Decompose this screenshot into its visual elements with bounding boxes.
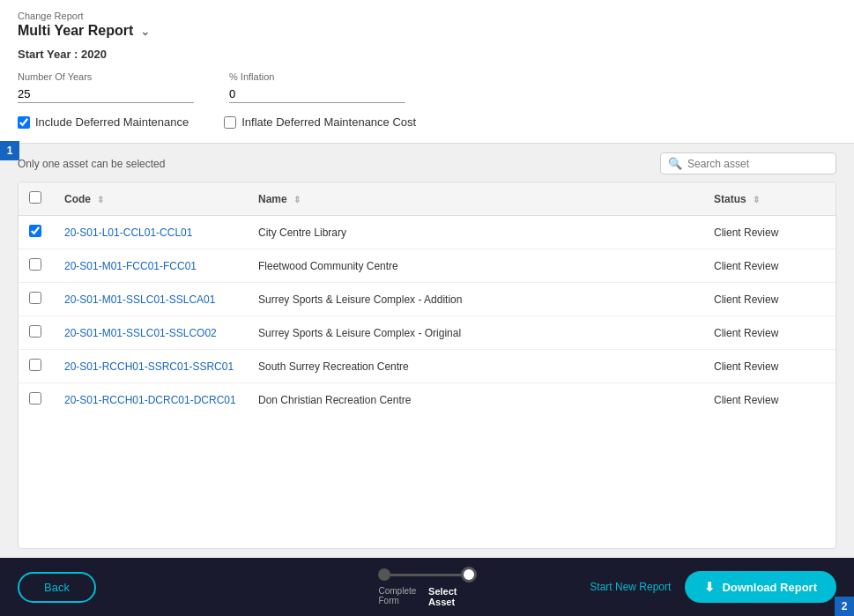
asset-table-container: Code ⇕ Name ⇕ Status ⇕ bbox=[18, 182, 836, 549]
download-report-label: Download Report bbox=[722, 581, 817, 594]
row-checkbox-5[interactable] bbox=[29, 392, 41, 404]
table-row: 20-S01-RCCH01-SSRC01-SSRC01 South Surrey… bbox=[19, 350, 835, 383]
row-checkbox-1[interactable] bbox=[29, 258, 41, 271]
row-checkbox-cell[interactable] bbox=[19, 216, 54, 249]
code-sort-icon: ⇕ bbox=[97, 195, 104, 204]
row-checkbox-cell[interactable] bbox=[19, 383, 54, 417]
row-name-1: Fleetwood Community Centre bbox=[248, 249, 703, 283]
stepper-track bbox=[378, 567, 477, 583]
report-title-row: Multi Year Report ⌄ bbox=[18, 23, 836, 39]
name-sort-icon: ⇕ bbox=[293, 195, 301, 204]
row-code-3: 20-S01-M01-SSLC01-SSLCO02 bbox=[54, 316, 248, 350]
row-checkbox-cell[interactable] bbox=[19, 316, 54, 350]
download-report-button[interactable]: ⬇ Download Report bbox=[685, 571, 836, 603]
table-body: 20-S01-L01-CCL01-CCL01 City Centre Libra… bbox=[19, 216, 835, 417]
row-code-4: 20-S01-RCCH01-SSRC01-SSRC01 bbox=[54, 350, 248, 383]
percent-inflation-input[interactable] bbox=[229, 85, 405, 103]
row-checkbox-4[interactable] bbox=[29, 359, 41, 371]
step1-label: Complete Form bbox=[379, 586, 429, 607]
app-wrapper: Change Report Multi Year Report ⌄ Start … bbox=[0, 0, 854, 616]
right-actions: Start New Report ⬇ Download Report bbox=[590, 571, 836, 603]
row-code-1: 20-S01-M01-FCC01-FCC01 bbox=[54, 249, 248, 283]
search-icon: 🔍 bbox=[668, 157, 682, 170]
download-icon: ⬇ bbox=[704, 580, 715, 594]
table-header-row: Code ⇕ Name ⇕ Status ⇕ bbox=[19, 182, 835, 216]
percent-inflation-group: % Inflation bbox=[229, 71, 405, 103]
back-button[interactable]: Back bbox=[18, 572, 96, 603]
include-deferred-label: Include Deferred Maintenance bbox=[35, 115, 189, 129]
number-of-years-group: Number Of Years bbox=[18, 71, 194, 103]
report-title: Multi Year Report bbox=[18, 23, 133, 39]
row-checkbox-2[interactable] bbox=[29, 292, 41, 304]
row-checkbox-3[interactable] bbox=[29, 325, 41, 338]
row-name-0: City Centre Library bbox=[248, 216, 703, 249]
change-report-label: Change Report bbox=[18, 11, 836, 21]
step2-dot bbox=[461, 567, 477, 583]
row-name-2: Surrey Sports & Leisure Complex - Additi… bbox=[248, 283, 703, 316]
fields-row: Number Of Years % Inflation bbox=[18, 71, 836, 103]
search-box: 🔍 bbox=[660, 152, 836, 174]
row-checkbox-cell[interactable] bbox=[19, 249, 54, 283]
row-checkbox-0[interactable] bbox=[29, 225, 41, 237]
row-status-0: Client Review bbox=[703, 216, 835, 249]
row-status-4: Client Review bbox=[703, 350, 835, 383]
col-header-checkbox bbox=[19, 182, 54, 216]
stepper-labels: Complete Form Select Asset bbox=[379, 586, 476, 607]
row-code-2: 20-S01-M01-SSLC01-SSLCA01 bbox=[54, 283, 248, 316]
status-sort-icon: ⇕ bbox=[753, 195, 760, 204]
include-deferred-checkbox[interactable] bbox=[18, 116, 30, 129]
asset-note: Only one asset can be selected bbox=[18, 158, 165, 170]
asset-table: Code ⇕ Name ⇕ Status ⇕ bbox=[19, 182, 835, 416]
row-status-5: Client Review bbox=[703, 383, 835, 417]
asset-header: Only one asset can be selected 🔍 bbox=[18, 144, 836, 182]
table-row: 20-S01-M01-SSLC01-SSLCO02 Surrey Sports … bbox=[19, 316, 835, 350]
row-name-5: Don Christian Recreation Centre bbox=[248, 383, 703, 417]
col-header-name[interactable]: Name ⇕ bbox=[248, 182, 703, 216]
row-name-3: Surrey Sports & Leisure Complex - Origin… bbox=[248, 316, 703, 350]
step-badge-1: 1 bbox=[0, 141, 19, 160]
inflate-deferred-label: Inflate Deferred Maintenance Cost bbox=[241, 115, 416, 129]
table-row: 20-S01-M01-SSLC01-SSLCA01 Surrey Sports … bbox=[19, 283, 835, 316]
row-code-5: 20-S01-RCCH01-DCRC01-DCRC01 bbox=[54, 383, 248, 417]
row-name-4: South Surrey Recreation Centre bbox=[248, 350, 703, 383]
row-checkbox-cell[interactable] bbox=[19, 283, 54, 316]
row-checkbox-cell[interactable] bbox=[19, 350, 54, 383]
col-header-code[interactable]: Code ⇕ bbox=[54, 182, 248, 216]
top-panel: Change Report Multi Year Report ⌄ Start … bbox=[0, 0, 854, 144]
checkboxes-row: Include Deferred Maintenance Inflate Def… bbox=[18, 115, 836, 129]
top-section: Change Report Multi Year Report ⌄ Start … bbox=[0, 0, 854, 144]
inflate-deferred-checkbox-item[interactable]: Inflate Deferred Maintenance Cost bbox=[224, 115, 416, 129]
table-row: 20-S01-M01-FCC01-FCC01 Fleetwood Communi… bbox=[19, 249, 835, 283]
start-year: Start Year : 2020 bbox=[18, 48, 836, 61]
table-header: Code ⇕ Name ⇕ Status ⇕ bbox=[19, 182, 835, 216]
row-status-2: Client Review bbox=[703, 283, 835, 316]
include-deferred-checkbox-item[interactable]: Include Deferred Maintenance bbox=[18, 115, 189, 129]
step-badge-2: 2 bbox=[835, 597, 854, 616]
chevron-down-icon[interactable]: ⌄ bbox=[140, 24, 151, 38]
table-row: 20-S01-RCCH01-DCRC01-DCRC01 Don Christia… bbox=[19, 383, 835, 417]
stepper: Complete Form Select Asset bbox=[378, 567, 477, 607]
middle-section: Only one asset can be selected 🔍 Code ⇕ bbox=[0, 144, 854, 558]
select-all-checkbox[interactable] bbox=[29, 191, 41, 204]
row-status-3: Client Review bbox=[703, 316, 835, 350]
number-of-years-label: Number Of Years bbox=[18, 71, 194, 82]
row-status-1: Client Review bbox=[703, 249, 835, 283]
row-code-0: 20-S01-L01-CCL01-CCL01 bbox=[54, 216, 248, 249]
step2-label: Select Asset bbox=[428, 586, 475, 607]
step-line bbox=[390, 574, 461, 576]
step1-dot bbox=[378, 568, 390, 581]
col-header-status[interactable]: Status ⇕ bbox=[703, 182, 835, 216]
start-new-report-button[interactable]: Start New Report bbox=[590, 581, 671, 593]
search-input[interactable] bbox=[687, 158, 828, 170]
percent-inflation-label: % Inflation bbox=[229, 71, 405, 82]
number-of-years-input[interactable] bbox=[18, 85, 194, 103]
table-row: 20-S01-L01-CCL01-CCL01 City Centre Libra… bbox=[19, 216, 835, 249]
inflate-deferred-checkbox[interactable] bbox=[224, 116, 236, 129]
bottom-bar: Back Complete Form Select Asset Start Ne… bbox=[0, 558, 854, 616]
